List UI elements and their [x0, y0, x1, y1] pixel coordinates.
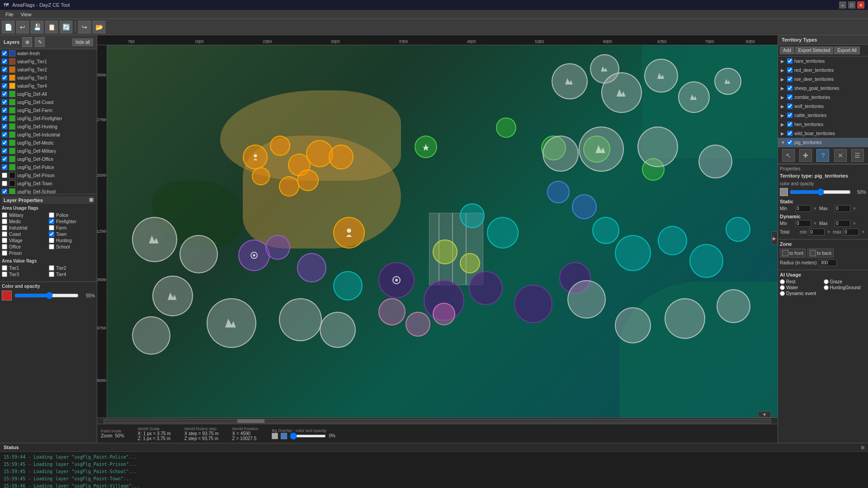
bg-overlay-slider[interactable]	[290, 435, 326, 437]
layer-checkbox[interactable]	[2, 173, 7, 178]
dynamic-max-input[interactable]	[835, 220, 850, 227]
territory-item-checkbox[interactable]	[787, 122, 793, 127]
layers-edit-button[interactable]: ✎	[35, 37, 45, 47]
map-hscroll-thumb[interactable]	[237, 419, 264, 423]
ai-graze[interactable]: Graze	[824, 279, 867, 284]
territory-help-icon[interactable]: ?	[816, 149, 829, 162]
hide-all-button[interactable]: hide all	[72, 38, 93, 46]
layer-checkbox[interactable]	[2, 164, 7, 170]
menu-view[interactable]: View	[17, 11, 35, 18]
flag-tier2-checkbox[interactable]	[49, 265, 54, 271]
to-front-button[interactable]: to front	[780, 249, 806, 258]
flag-police-checkbox[interactable]	[49, 212, 54, 218]
list-item[interactable]: usgFlg_Def-Firefighter	[0, 114, 97, 122]
list-item[interactable]: usgFlg_Def-Office	[0, 155, 97, 163]
flag-prison-checkbox[interactable]	[2, 250, 7, 256]
territory-export-all-button[interactable]: Export All	[834, 47, 859, 54]
territory-item-checkbox[interactable]	[787, 76, 793, 82]
layer-checkbox[interactable]	[2, 59, 7, 64]
layer-checkbox[interactable]	[2, 189, 7, 194]
territory-item-checkbox[interactable]	[787, 103, 793, 109]
ai-graze-radio[interactable]	[824, 279, 829, 284]
layer-checkbox[interactable]	[2, 140, 7, 145]
flag-military-checkbox[interactable]	[2, 212, 7, 218]
territory-item-checkbox[interactable]	[787, 113, 793, 118]
territory-item-checkbox[interactable]	[787, 140, 793, 145]
flag-tier2[interactable]: Tier2	[49, 265, 95, 271]
flag-school[interactable]: School	[49, 244, 95, 249]
territory-item-pig[interactable]: ▼ pig_territories	[778, 138, 868, 147]
list-item[interactable]: usgFlg_Def-Industrial	[0, 131, 97, 139]
layer-checkbox[interactable]	[2, 116, 7, 121]
territory-item-hare[interactable]: ▶ hare_territories	[778, 56, 868, 66]
flag-hunting-checkbox[interactable]	[49, 238, 54, 243]
menu-file[interactable]: File	[2, 11, 17, 18]
toolbar-open-button[interactable]: 📂	[93, 21, 105, 33]
flag-hunting[interactable]: Hunting	[49, 238, 95, 243]
toolbar-saveas-button[interactable]: 📋	[45, 21, 58, 33]
list-item[interactable]: usgFlg_Def-Hunting	[0, 122, 97, 131]
flag-tier1-checkbox[interactable]	[2, 265, 7, 271]
dynamic-min-input[interactable]	[795, 220, 811, 227]
flag-tier3-checkbox[interactable]	[2, 272, 7, 277]
layer-checkbox[interactable]	[2, 67, 7, 72]
map-area[interactable]: 13500 12750 12000 11250 10500 9750 9000	[97, 45, 778, 418]
list-item[interactable]: usgFlg_Def-School	[0, 188, 97, 194]
territory-add-zone-icon[interactable]: ✚	[799, 149, 812, 162]
total-min-input[interactable]	[809, 229, 825, 235]
territory-item-checkbox[interactable]	[787, 131, 793, 136]
flag-town[interactable]: Town	[49, 231, 95, 237]
ai-huntingground-radio[interactable]	[824, 285, 829, 290]
titlebar-controls[interactable]: – □ ✕	[839, 1, 864, 9]
ai-rest-radio[interactable]	[780, 279, 785, 284]
list-item[interactable]: usgFlg_Def-Prison	[0, 171, 97, 179]
map-canvas[interactable]: ▶ ▼	[107, 45, 778, 418]
flag-tier4-checkbox[interactable]	[49, 272, 54, 277]
static-max-down[interactable]: ▼	[852, 206, 857, 211]
total-max-input[interactable]	[843, 229, 859, 235]
territory-item-sheepgoat[interactable]: ▶ sheep_goat_territories	[778, 84, 868, 93]
territory-list[interactable]: ▶ hare_territories ▶ red_deer_territorie…	[778, 56, 868, 147]
dynamic-min-down[interactable]: ▼	[813, 221, 817, 226]
flag-tier1[interactable]: Tier1	[2, 265, 48, 271]
territory-item-checkbox[interactable]	[787, 85, 793, 91]
flag-industrial[interactable]: Industrial	[2, 225, 48, 230]
territory-item-wolf[interactable]: ▶ wolf_territories	[778, 102, 868, 111]
layer-checkbox[interactable]	[2, 75, 7, 80]
opacity-slider[interactable]	[14, 294, 79, 297]
ai-dynamic-event[interactable]: Dynamic event	[780, 291, 823, 296]
flag-village-checkbox[interactable]	[2, 238, 7, 243]
flag-village[interactable]: Village	[2, 238, 48, 243]
layers-list[interactable]: water-fresh valueFig_Tier1 valueFig_Tier…	[0, 49, 97, 194]
territory-add-button[interactable]: Add	[780, 47, 794, 54]
maximize-button[interactable]: □	[848, 1, 855, 9]
close-button[interactable]: ✕	[857, 1, 864, 9]
list-item[interactable]: valueFig_Tier1	[0, 57, 97, 66]
radius-input[interactable]	[819, 259, 837, 266]
territory-delete-icon[interactable]: ✕	[834, 149, 847, 162]
layer-checkbox[interactable]	[2, 108, 7, 113]
static-max-input[interactable]	[835, 205, 850, 212]
layer-checkbox[interactable]	[2, 124, 7, 129]
territory-item-wildboar[interactable]: ▶ wild_boar_territories	[778, 129, 868, 138]
static-min-input[interactable]	[795, 205, 811, 212]
dynamic-max-down[interactable]: ▼	[852, 221, 857, 226]
list-item[interactable]: usgFlg_Def-Town	[0, 179, 97, 188]
flag-medic-checkbox[interactable]	[2, 219, 7, 224]
list-item[interactable]: usgFlg_Def-All	[0, 90, 97, 98]
layer-checkbox[interactable]	[2, 132, 7, 137]
territory-cursor-icon[interactable]: ↖	[782, 149, 795, 162]
flag-firefighter[interactable]: Firefighter	[49, 219, 95, 224]
territory-item-cattle[interactable]: ▶ cattle_territories	[778, 111, 868, 120]
flag-farm-checkbox[interactable]	[49, 225, 54, 230]
list-item[interactable]: usgFlg_Def-Farm	[0, 106, 97, 114]
layer-checkbox[interactable]	[2, 51, 7, 56]
territory-item-hen[interactable]: ▶ hen_territories	[778, 120, 868, 129]
toolbar-undo-button[interactable]: ↩	[16, 21, 29, 33]
territory-item-reddeer[interactable]: ▶ red_deer_territories	[778, 66, 868, 75]
flag-military[interactable]: Military	[2, 212, 48, 218]
ai-water[interactable]: Water	[780, 285, 823, 290]
layer-checkbox[interactable]	[2, 99, 7, 105]
ai-dynamic-event-radio[interactable]	[780, 291, 785, 296]
toolbar-save-button[interactable]: 💾	[31, 21, 43, 33]
